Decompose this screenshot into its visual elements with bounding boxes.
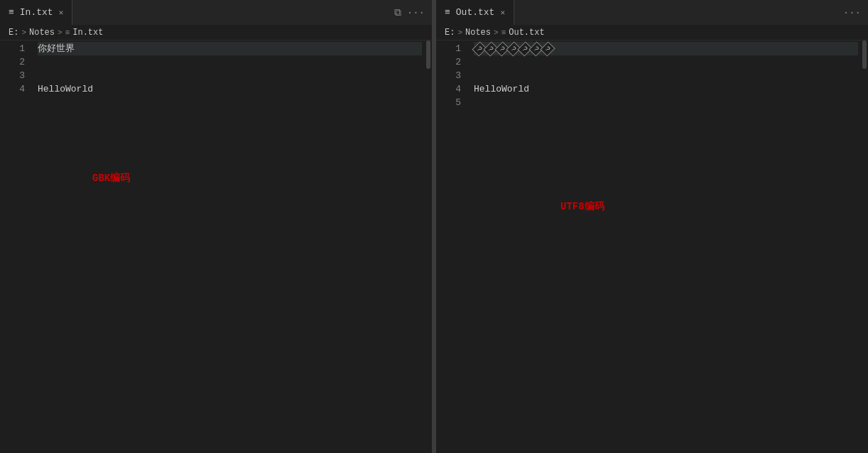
left-breadcrumb-file-icon: ≡ <box>65 28 70 37</box>
right-breadcrumb-sep1: > <box>457 28 462 37</box>
left-line-num-3: 3 <box>0 69 25 82</box>
left-breadcrumb-sep2: > <box>58 28 63 37</box>
right-breadcrumb-folder[interactable]: Notes <box>465 28 491 38</box>
right-scrollbar-thumb[interactable] <box>862 40 867 69</box>
right-line-num-1: 1 <box>436 42 461 55</box>
right-pane: ≡ Out.txt ✕ ··· E: > Notes > ≡ Out.txt 1… <box>436 0 868 453</box>
left-tab-label: In.txt <box>20 7 53 18</box>
right-tab-file-icon: ≡ <box>445 7 450 18</box>
right-code-line-3 <box>474 69 868 82</box>
left-code-line-2 <box>38 55 432 69</box>
left-annotation-gbk: GBK编码 <box>92 172 130 185</box>
left-code-line-3 <box>38 69 432 82</box>
right-breadcrumb-file-icon: ≡ <box>501 28 506 37</box>
right-code-line-4: HelloWorld <box>474 82 868 96</box>
left-line-numbers: 1 2 3 4 <box>0 40 32 453</box>
left-line-num-1: 1 <box>0 42 25 55</box>
editor-container: ≡ In.txt ✕ ⧉ ··· E: > Notes > ≡ In.txt 1… <box>0 0 868 453</box>
left-tab-file-icon: ≡ <box>9 7 14 18</box>
right-editor-content: 1 2 3 4 5 ? ? ? ? ? ? ? <box>436 40 868 453</box>
left-tab-close[interactable]: ✕ <box>59 8 64 17</box>
left-line-num-4: 4 <box>0 82 25 96</box>
right-corrupted-chars: ? ? ? ? ? ? ? <box>474 43 553 55</box>
left-scrollbar[interactable] <box>422 40 432 453</box>
left-breadcrumb-sep1: > <box>21 28 26 37</box>
left-breadcrumb: E: > Notes > ≡ In.txt <box>0 25 432 40</box>
right-annotation-utf8: UTF8编码 <box>560 200 604 214</box>
right-breadcrumb-sep2: > <box>494 28 499 37</box>
corrupted-char-7: ? <box>540 41 555 56</box>
right-breadcrumb-drive: E: <box>445 28 455 38</box>
right-tab-out-txt[interactable]: ≡ Out.txt ✕ <box>436 0 514 25</box>
right-tab-actions: ··· <box>836 7 868 18</box>
left-breadcrumb-folder[interactable]: Notes <box>29 28 55 38</box>
left-line-num-2: 2 <box>0 55 25 69</box>
right-line-numbers: 1 2 3 4 5 <box>436 40 468 453</box>
right-line-num-3: 3 <box>436 69 461 82</box>
right-line-num-4: 4 <box>436 82 461 96</box>
left-breadcrumb-file[interactable]: In.txt <box>72 28 103 38</box>
right-tab-bar: ≡ Out.txt ✕ ··· <box>436 0 868 25</box>
left-tab-bar: ≡ In.txt ✕ ⧉ ··· <box>0 0 432 25</box>
left-code-area[interactable]: 你好世界 HelloWorld GBK编码 <box>32 40 432 453</box>
left-scrollbar-thumb[interactable] <box>426 40 430 69</box>
right-breadcrumb-file[interactable]: Out.txt <box>509 28 544 38</box>
right-breadcrumb: E: > Notes > ≡ Out.txt <box>436 25 868 40</box>
right-code-line-1: ? ? ? ? ? ? ? <box>474 42 868 55</box>
left-more-actions-button[interactable]: ··· <box>407 7 425 18</box>
right-code-line-2 <box>474 55 868 69</box>
right-tab-close[interactable]: ✕ <box>500 8 505 17</box>
left-code-line-1: 你好世界 <box>38 42 432 55</box>
left-pane: ≡ In.txt ✕ ⧉ ··· E: > Notes > ≡ In.txt 1… <box>0 0 433 453</box>
left-tab-in-txt[interactable]: ≡ In.txt ✕ <box>0 0 72 25</box>
left-tab-actions: ⧉ ··· <box>387 7 432 18</box>
right-more-actions-button[interactable]: ··· <box>843 7 861 18</box>
left-editor-content: 1 2 3 4 你好世界 HelloWorld GBK编码 <box>0 40 432 453</box>
right-line-num-2: 2 <box>436 55 461 69</box>
left-breadcrumb-drive: E: <box>9 28 18 38</box>
left-code-line-4: HelloWorld <box>38 82 432 96</box>
right-line-num-5: 5 <box>436 96 461 109</box>
right-code-line-5 <box>474 96 868 109</box>
right-code-area[interactable]: ? ? ? ? ? ? ? HelloWorld UTF8编码 <box>468 40 868 453</box>
right-tab-label: Out.txt <box>456 7 495 18</box>
left-split-editor-button[interactable]: ⧉ <box>394 7 401 18</box>
right-scrollbar[interactable] <box>858 40 868 453</box>
